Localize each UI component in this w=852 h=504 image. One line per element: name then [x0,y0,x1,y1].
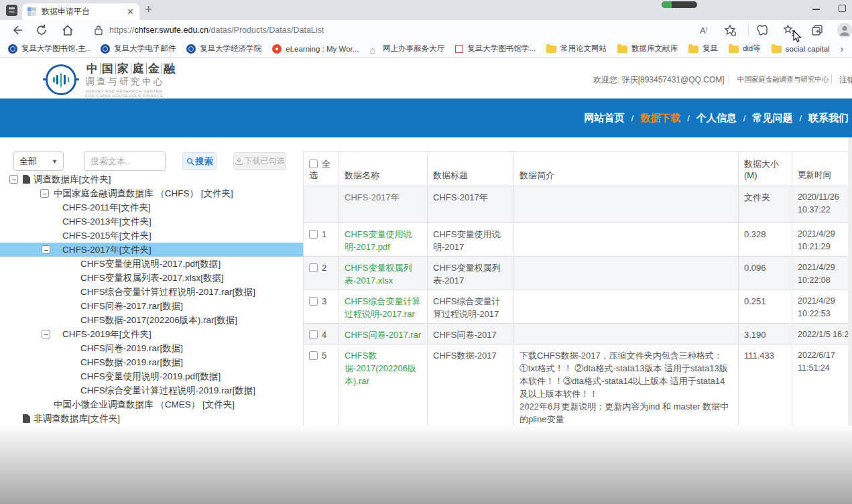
bookmark-item[interactable]: eLearning : My Wor... [272,44,359,54]
window-maximize-button[interactable] [839,5,846,12]
tree-item[interactable]: CHFS-2017年[文件夹] [0,243,303,257]
tab-favicon-icon [27,7,36,16]
tree-item[interactable]: CHFS变量使用说明-2017.pdf[数据] [0,257,303,271]
url-bar[interactable]: https://chfser.swufe.edu.cn/datas/Produc… [109,25,324,35]
data-title: CHFS问卷-2017 [428,324,514,344]
nav-contact[interactable]: 联系我们 [808,112,849,125]
download-selected-button[interactable]: 下载已勾选 [233,152,286,170]
favorite-star-icon[interactable] [723,23,737,38]
row-checkbox[interactable] [309,263,318,272]
bookmark-item[interactable]: 常用论文网站 [546,44,607,54]
data-updated-time: 2022/6/17 11:51:24 [792,344,852,426]
collapse-icon[interactable] [42,330,50,338]
collapse-icon[interactable] [9,175,18,184]
tree-item[interactable]: CHFS数据-2019.rar[数据] [0,355,303,369]
row-checkbox[interactable] [309,230,318,239]
data-file-link[interactable]: CHFS变量权属列表-2017.xlsx [339,257,428,290]
data-intro: 下载CHFS数据-2017，压缩文件夹内包含三种格式：①txt格式！！ ②dta… [514,344,739,426]
collapse-icon[interactable] [42,245,50,254]
logout-link[interactable]: 注销 [839,74,852,86]
row-checkbox[interactable] [309,351,318,360]
tree-item[interactable]: 中国小微企业调查数据库 （CMES） [文件夹] [0,397,303,412]
screen: { "browser": { "tab_title": "数据申请平台", "u… [0,0,852,504]
tab-actions-icon[interactable] [6,5,17,16]
row-checkbox[interactable] [309,297,318,306]
search-button[interactable]: 搜索 [182,152,217,170]
nav-data-download[interactable]: 数据下载 [640,112,680,125]
bookmark-item[interactable]: 网上办事服务大厅 [369,44,444,54]
tab-strip: 数据申请平台 ✕ + [0,0,852,20]
data-folder-name: CHFS-2017年 [339,186,428,223]
browser-tab[interactable]: 数据申请平台 ✕ [22,3,139,20]
nav-faq[interactable]: 常见问题 [752,112,792,125]
tree-item[interactable]: CHFS变量权属列表-2017.xlsx[数据] [0,271,303,285]
data-size: 文件夹 [739,186,792,223]
refresh-icon[interactable] [34,23,49,38]
tree-item-label: CHFS变量权属列表-2017.xlsx[数据] [80,272,224,284]
org-link[interactable]: 中国家庭金融调查与研究中心 [737,75,829,84]
page-scrollbar[interactable] [848,137,852,426]
tree-item[interactable]: CHFS问卷-2019.rar[数据] [0,341,303,355]
data-intro [514,324,739,344]
search-input[interactable]: 搜索文本.. [84,151,166,171]
folder-icon [729,46,739,53]
tree-item[interactable]: 中国家庭金融调查数据库 （CHFS） [文件夹] [0,186,303,200]
nav-personal-info[interactable]: 个人信息 [696,112,737,125]
tree-item-label: 中国家庭金融调查数据库 （CHFS） [文件夹] [54,188,233,200]
bookmark-item[interactable]: social capital [772,44,830,53]
tree-item[interactable]: CHFS-2019年[文件夹] [0,327,303,341]
collections-icon[interactable] [810,23,825,38]
profile-avatar[interactable] [837,22,851,37]
tree-item[interactable]: CHFS变量使用说明-2019.pdf[数据] [0,369,303,383]
tree-item[interactable]: CHFS-2015年[文件夹] [0,229,303,243]
back-icon[interactable] [9,23,24,38]
lock-icon[interactable] [94,25,103,36]
chfs-logo[interactable] [46,64,76,95]
bookmark-item[interactable]: 复旦大学电子邮件 [101,44,176,54]
new-tab-button[interactable]: + [145,2,152,17]
table-row: 4CHFS问卷-2017.rarCHFS问卷-20173.1902022/1/5… [304,324,852,344]
data-file-link[interactable]: CHFS变量使用说明-2017.pdf [339,223,428,256]
tree-item[interactable]: CHFS综合变量计算过程说明-2017.rar[数据] [0,285,303,299]
tree-item[interactable]: CHFS-2011年[文件夹] [0,200,303,214]
bookmark-item[interactable]: 复旦大学经济学院 [186,44,261,54]
bookmark-label: 复旦 [703,44,718,54]
collapse-icon[interactable] [40,189,49,198]
home-icon[interactable] [60,23,75,38]
folder-icon [772,46,782,53]
data-file-link[interactable]: CHFS综合变量计算过程说明-2017.rar [339,290,428,323]
tree-item[interactable]: CHFS综合变量计算过程说明-2019.rar[数据] [0,383,303,397]
tree-item[interactable]: 调查数据库[文件夹] [0,172,303,186]
bookmark-item[interactable]: 复旦大学图书馆学... [455,44,536,54]
tree-item[interactable]: CHFS数据-2017(202206版本).rar[数据] [0,313,303,327]
tree-item-label: 调查数据库[文件夹] [34,174,111,186]
bookmark-item[interactable]: 复旦大学图书馆-主.. [8,44,90,54]
tree-item-label: CHFS变量使用说明-2017.pdf[数据] [80,258,221,270]
tree-item[interactable]: CHFS-2013年[文件夹] [0,214,303,229]
data-updated-time: 2021/4/29 10:22:08 [792,257,852,290]
tree-item[interactable]: 非调查数据库[文件夹] [0,412,303,426]
bookmark-item[interactable]: 数据库文献库 [617,44,678,54]
bookmark-item[interactable]: 复旦 [688,44,718,54]
read-aloud-icon[interactable]: A) [700,25,715,40]
site-house-icon [369,44,379,54]
video-scrubber[interactable] [662,1,697,8]
data-title: CHFS-2017年 [428,186,514,223]
tree-item-label: CHFS-2017年[文件夹] [62,244,151,256]
select-all-checkbox[interactable] [309,160,318,168]
row-checkbox[interactable] [309,330,318,339]
bookmark-label: social capital [786,45,830,53]
tree-item[interactable]: CHFS问卷-2017.rar[数据] [0,299,303,313]
table-header: 数据简介 [514,152,739,186]
nav-home[interactable]: 网站首页 [585,112,625,125]
filter-select[interactable]: 全部▼ [13,151,64,171]
bookmark-label: 复旦大学电子邮件 [114,44,176,54]
bookmark-item[interactable]: did等 [729,44,761,54]
tab-close-icon[interactable]: ✕ [127,7,134,17]
window-minimize-button[interactable] [812,9,820,10]
data-file-link[interactable]: CHFS问卷-2017.rar [339,324,428,344]
data-file-link[interactable]: CHFS数据-2017(202206版本).rar [339,344,428,426]
bookmark-label: eLearning : My Wor... [286,45,359,53]
essentials-icon[interactable] [755,23,770,38]
bookmarks-overflow-icon[interactable]: › [841,44,844,54]
